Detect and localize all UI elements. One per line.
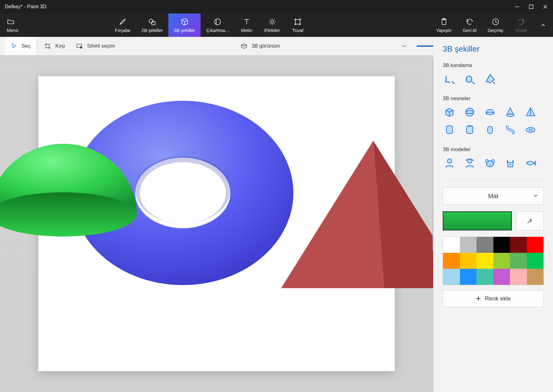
undo-icon: [466, 18, 474, 26]
palette-color[interactable]: [443, 269, 460, 285]
palette-color[interactable]: [527, 237, 544, 253]
minimize-button[interactable]: [514, 4, 520, 10]
tube-object-icon[interactable]: [463, 123, 477, 137]
doodle-group: 3B karalama: [443, 62, 544, 86]
sphere-object-icon[interactable]: [463, 105, 477, 119]
svg-point-37: [489, 164, 491, 166]
shapes2d-label: 2B şekiller: [142, 28, 163, 33]
history-button[interactable]: Geçmiş: [482, 14, 509, 37]
window-controls: [514, 4, 548, 10]
pyramid-object-icon[interactable]: [524, 105, 537, 119]
select-label: Seç: [22, 43, 30, 49]
palette-color[interactable]: [460, 253, 477, 269]
svg-marker-20: [281, 141, 384, 288]
torus-object-icon[interactable]: [524, 123, 537, 137]
svg-point-18: [140, 162, 226, 224]
palette-color[interactable]: [443, 237, 460, 253]
curved-cylinder-icon[interactable]: [504, 123, 517, 137]
panel-title: 3B şekiller: [443, 44, 544, 54]
sticker-icon: [214, 18, 222, 26]
eyedropper-button[interactable]: [516, 211, 544, 230]
redo-button[interactable]: Yinele: [509, 14, 533, 37]
palette-color[interactable]: [510, 269, 527, 285]
doodle-tube-icon[interactable]: [463, 72, 477, 86]
undo-label: Geri Al: [463, 28, 477, 33]
redo-icon: [517, 18, 525, 26]
material-dropdown[interactable]: Mat: [443, 187, 544, 205]
palette-color[interactable]: [460, 237, 477, 253]
effects-button[interactable]: Efektler: [259, 14, 286, 37]
text-button[interactable]: Metin: [234, 14, 259, 37]
hemisphere-shape[interactable]: [0, 122, 149, 294]
cylinder-object-icon[interactable]: [443, 123, 456, 137]
models-label: 3B modeller: [443, 147, 544, 153]
brushes-button[interactable]: Fırçalar: [109, 14, 136, 37]
svg-point-6: [214, 19, 221, 25]
canvas-label: Tuval: [292, 28, 303, 33]
palette-color[interactable]: [493, 237, 510, 253]
clipboard-icon: [440, 18, 448, 26]
drawing-scene: [14, 52, 419, 392]
hemisphere-object-icon[interactable]: [483, 105, 497, 119]
palette-color[interactable]: [477, 269, 493, 285]
dog-model-icon[interactable]: [483, 156, 497, 170]
doodle-soft-icon[interactable]: [443, 72, 456, 86]
palette-color[interactable]: [460, 269, 477, 285]
fish-model-icon[interactable]: [524, 156, 537, 170]
chevron-down-icon: [533, 193, 538, 200]
svg-point-31: [529, 129, 532, 131]
shapes3d-label: 3B şekiller: [174, 28, 195, 33]
cat-model-icon[interactable]: [504, 156, 517, 170]
effects-label: Efektler: [265, 28, 280, 33]
palette-color[interactable]: [493, 269, 510, 285]
canvas-button[interactable]: Tuval: [285, 14, 310, 37]
collapse-panel-button[interactable]: [533, 14, 553, 37]
canvas-icon: [294, 18, 302, 26]
maximize-button[interactable]: [528, 4, 534, 10]
text-icon: [243, 18, 251, 26]
capsule-object-icon[interactable]: [483, 123, 497, 137]
shapes3d-button[interactable]: 3B şekiller: [168, 14, 201, 37]
svg-point-38: [510, 164, 511, 165]
shapes2d-button[interactable]: 2B şekiller: [136, 14, 168, 37]
menu-button[interactable]: Menü: [0, 14, 29, 37]
palette-color[interactable]: [510, 253, 527, 269]
magic-icon: [76, 43, 83, 49]
palette-color[interactable]: [443, 253, 460, 269]
stickers-button[interactable]: Çıkartma...: [201, 14, 234, 37]
doodle-sharp-icon[interactable]: [483, 72, 497, 86]
cone-object-icon[interactable]: [504, 105, 517, 119]
close-button[interactable]: [543, 4, 548, 10]
palette-color[interactable]: [477, 253, 493, 269]
svg-point-4: [149, 19, 153, 23]
man-model-icon[interactable]: [443, 156, 456, 170]
palette-color[interactable]: [477, 237, 493, 253]
palette-color[interactable]: [527, 269, 544, 285]
svg-point-39: [528, 163, 529, 163]
svg-point-25: [507, 114, 514, 116]
magic-label: Sihirli seçim: [87, 43, 115, 49]
undo-button[interactable]: Geri Al: [457, 14, 482, 37]
current-color-swatch[interactable]: [443, 211, 512, 230]
paste-label: Yapıştır: [436, 28, 452, 33]
canvas-stage: [0, 55, 433, 392]
palette-color[interactable]: [493, 253, 510, 269]
svg-rect-9: [296, 19, 300, 24]
cube-icon: [181, 18, 189, 26]
paste-button[interactable]: Yapıştır: [431, 14, 457, 37]
palette-color[interactable]: [510, 237, 527, 253]
brush-icon: [119, 18, 127, 26]
canvas[interactable]: [38, 76, 395, 371]
crop-icon: [44, 43, 51, 49]
cube-object-icon[interactable]: [443, 105, 456, 119]
add-color-button[interactable]: Renk ekle: [443, 290, 544, 307]
side-panel: 3B şekiller 3B karalama 3B nesneler 3B m…: [433, 37, 553, 392]
zoom-out-button[interactable]: −: [400, 42, 409, 50]
svg-rect-5: [152, 21, 155, 25]
menu-label: Menü: [7, 28, 18, 33]
woman-model-icon[interactable]: [463, 156, 477, 170]
effects-icon: [268, 18, 276, 26]
palette-color[interactable]: [527, 253, 544, 269]
models-group: 3B modeller: [443, 147, 544, 170]
window-title: Defkey* - Paint 3D: [5, 4, 46, 10]
